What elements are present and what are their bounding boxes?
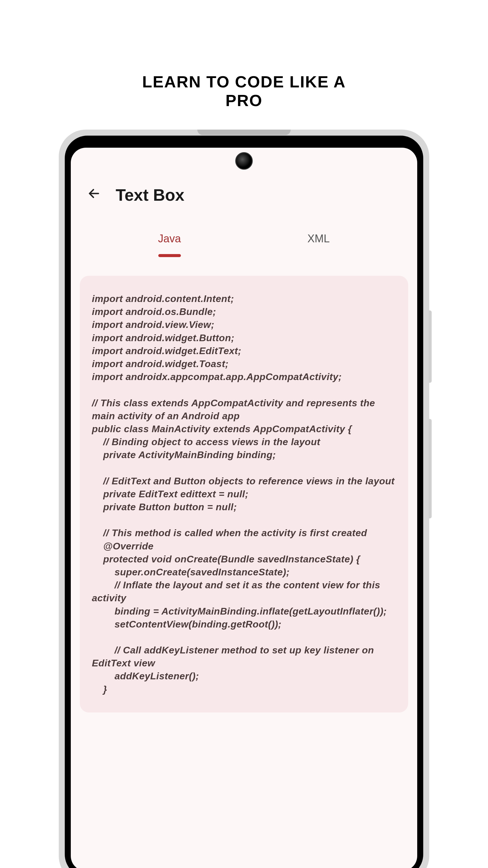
- code-card: import android.content.Intent; import an…: [80, 276, 408, 712]
- phone-volume-button: [429, 310, 432, 383]
- code-content[interactable]: import android.content.Intent; import an…: [92, 292, 396, 696]
- back-arrow-icon[interactable]: [87, 186, 101, 204]
- tab-xml[interactable]: XML: [244, 229, 393, 249]
- phone-power-button: [429, 419, 432, 518]
- phone-bezel: Text Box Java XML import android.content…: [65, 135, 423, 868]
- phone-screen: Text Box Java XML import android.content…: [71, 148, 417, 868]
- tab-bar: Java XML: [71, 217, 417, 249]
- phone-mockup-frame: Text Box Java XML import android.content…: [59, 130, 429, 868]
- page-title: Text Box: [116, 185, 184, 205]
- tab-java[interactable]: Java: [95, 229, 244, 249]
- phone-camera: [235, 152, 253, 170]
- marketing-headline: LEARN TO CODE LIKE A PRO: [122, 72, 366, 110]
- phone-notch: [197, 130, 291, 135]
